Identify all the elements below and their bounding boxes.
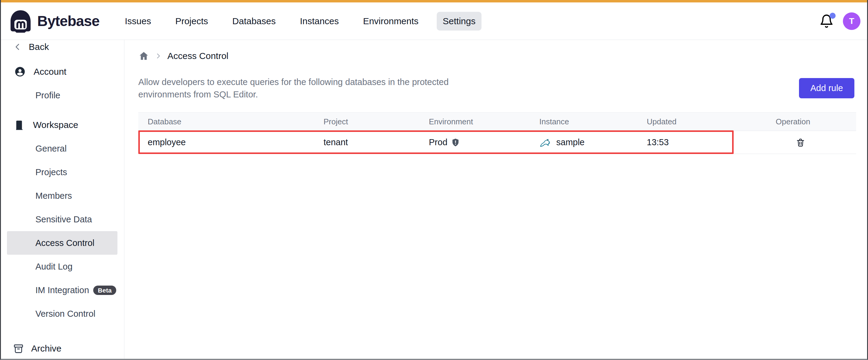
table-header-row: Database Project Environment Instance Up… bbox=[138, 112, 856, 131]
sidebar-item-projects[interactable]: Projects bbox=[1, 160, 124, 184]
home-icon[interactable] bbox=[138, 51, 149, 61]
bytebase-logo-icon bbox=[9, 9, 32, 33]
add-rule-button[interactable]: Add rule bbox=[799, 78, 855, 98]
breadcrumb: Access Control bbox=[138, 40, 856, 62]
column-header-operation: Operation bbox=[766, 112, 856, 131]
sidebar-section-account: Account bbox=[1, 60, 124, 84]
main-nav: Issues Projects Databases Instances Envi… bbox=[119, 12, 482, 31]
sidebar-item-version-control[interactable]: Version Control bbox=[1, 302, 124, 326]
cell-project: tenant bbox=[314, 131, 420, 154]
top-navbar: Bytebase Issues Projects Databases Insta… bbox=[1, 2, 867, 40]
sidebar-item-label: Profile bbox=[35, 91, 60, 100]
nav-item-settings[interactable]: Settings bbox=[437, 12, 482, 31]
column-header-database: Database bbox=[138, 112, 314, 131]
sidebar-item-im-integration[interactable]: IM Integration Beta bbox=[1, 278, 124, 302]
settings-sidebar: Back Account Profile Workspace General bbox=[1, 40, 124, 359]
sidebar-item-general[interactable]: General bbox=[1, 137, 124, 160]
sidebar-item-label: Members bbox=[35, 191, 72, 201]
sidebar-item-label: IM Integration bbox=[35, 285, 89, 295]
trash-icon bbox=[796, 138, 805, 147]
nav-item-instances[interactable]: Instances bbox=[294, 12, 345, 31]
sidebar-item-label: Access Control bbox=[35, 238, 94, 248]
back-button[interactable]: Back bbox=[1, 40, 124, 54]
section-heading-label: Workspace bbox=[33, 120, 79, 130]
table-row: employee tenant Prod bbox=[138, 131, 856, 154]
nav-item-databases[interactable]: Databases bbox=[226, 12, 282, 31]
column-header-updated: Updated bbox=[638, 112, 766, 131]
app-window: Bytebase Issues Projects Databases Insta… bbox=[0, 0, 868, 360]
archive-label: Archive bbox=[31, 343, 61, 354]
delete-rule-button[interactable] bbox=[795, 136, 807, 149]
nav-item-environments[interactable]: Environments bbox=[357, 12, 424, 31]
access-control-table: Database Project Environment Instance Up… bbox=[138, 112, 856, 154]
navbar-right: T bbox=[819, 12, 862, 30]
environment-name: Prod bbox=[429, 137, 447, 147]
instance-name: sample bbox=[556, 137, 585, 147]
unread-notification-dot bbox=[830, 13, 836, 19]
breadcrumb-current: Access Control bbox=[167, 51, 228, 61]
chevron-right-icon bbox=[155, 52, 162, 60]
user-avatar[interactable]: T bbox=[843, 12, 861, 30]
nav-item-issues[interactable]: Issues bbox=[119, 12, 157, 31]
column-header-project: Project bbox=[314, 112, 420, 131]
back-label: Back bbox=[29, 42, 49, 52]
sidebar-item-label: Version Control bbox=[35, 309, 95, 319]
beta-badge: Beta bbox=[93, 286, 116, 295]
sidebar-section-workspace: Workspace bbox=[1, 113, 124, 137]
sidebar-item-profile[interactable]: Profile bbox=[1, 84, 124, 107]
shield-exclamation-icon bbox=[451, 138, 460, 147]
column-header-instance: Instance bbox=[530, 112, 638, 131]
user-circle-icon bbox=[14, 66, 26, 77]
sidebar-item-audit-log[interactable]: Audit Log bbox=[1, 255, 124, 278]
section-heading-label: Account bbox=[34, 67, 66, 77]
cell-instance: sample bbox=[530, 131, 638, 154]
sidebar-item-label: Sensitive Data bbox=[35, 215, 92, 225]
window-top-accent-bar bbox=[1, 0, 867, 2]
sidebar-item-label: Audit Log bbox=[35, 262, 73, 272]
cell-environment: Prod bbox=[420, 131, 530, 154]
sidebar-item-label: Projects bbox=[35, 167, 67, 177]
chevron-left-icon bbox=[13, 42, 22, 52]
nav-item-projects[interactable]: Projects bbox=[169, 12, 214, 31]
sidebar-item-access-control[interactable]: Access Control bbox=[7, 231, 117, 255]
mysql-icon bbox=[539, 137, 553, 148]
bytebase-logo[interactable]: Bytebase bbox=[9, 9, 99, 33]
logo-wordmark: Bytebase bbox=[37, 13, 99, 29]
archive-box-icon bbox=[13, 343, 24, 354]
main-content: Access Control Allow developers to execu… bbox=[124, 40, 867, 359]
building-icon bbox=[14, 120, 25, 130]
sidebar-item-sensitive-data[interactable]: Sensitive Data bbox=[1, 207, 124, 231]
sidebar-item-label: General bbox=[35, 144, 67, 154]
cell-operation bbox=[766, 131, 856, 154]
sidebar-item-members[interactable]: Members bbox=[1, 184, 124, 207]
column-header-environment: Environment bbox=[420, 112, 530, 131]
cell-database: employee bbox=[138, 131, 314, 154]
sidebar-item-archive[interactable]: Archive bbox=[13, 343, 61, 354]
cell-updated: 13:53 bbox=[638, 131, 766, 154]
page-description: Allow developers to execute queries for … bbox=[138, 76, 453, 101]
notification-bell-button[interactable] bbox=[819, 14, 834, 28]
